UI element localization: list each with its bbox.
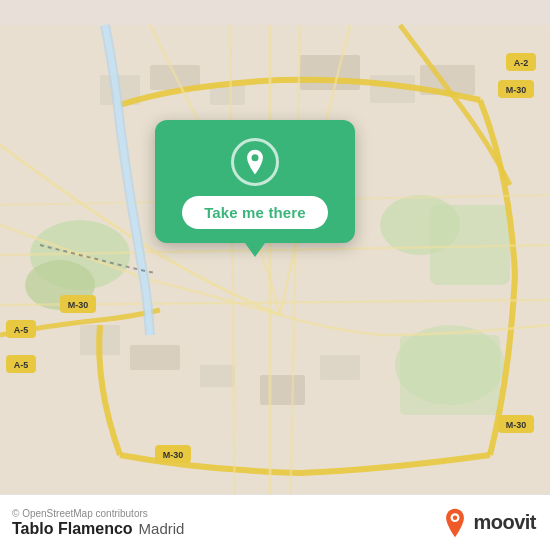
bottom-bar: © OpenStreetMap contributors Tablo Flame…	[0, 494, 550, 550]
moovit-logo: moovit	[441, 507, 536, 539]
svg-text:M-30: M-30	[68, 300, 89, 310]
place-info: © OpenStreetMap contributors Tablo Flame…	[12, 508, 184, 538]
svg-text:M-30: M-30	[506, 85, 527, 95]
popup-card: Take me there	[155, 120, 355, 243]
moovit-logo-icon	[441, 507, 469, 539]
svg-point-32	[252, 154, 259, 161]
svg-text:A-2: A-2	[514, 58, 529, 68]
svg-rect-14	[130, 345, 180, 370]
location-pin-icon	[241, 148, 269, 176]
svg-point-34	[453, 515, 457, 519]
svg-rect-17	[320, 355, 360, 380]
map-background: M-30 M-30 M-30 M-30 A-5 A-5 A-2	[0, 0, 550, 550]
svg-rect-15	[200, 365, 235, 387]
map-container: M-30 M-30 M-30 M-30 A-5 A-5 A-2 Take me …	[0, 0, 550, 550]
svg-text:M-30: M-30	[163, 450, 184, 460]
location-icon-container	[231, 138, 279, 186]
take-me-there-button[interactable]: Take me there	[182, 196, 328, 229]
osm-attribution: © OpenStreetMap contributors	[12, 508, 184, 519]
place-name: Tablo Flamenco	[12, 520, 133, 538]
svg-text:M-30: M-30	[506, 420, 527, 430]
svg-rect-16	[260, 375, 305, 405]
svg-rect-6	[400, 335, 500, 415]
moovit-logo-text: moovit	[473, 511, 536, 534]
svg-rect-10	[300, 55, 360, 90]
place-city: Madrid	[139, 520, 185, 537]
svg-text:A-5: A-5	[14, 360, 29, 370]
svg-text:A-5: A-5	[14, 325, 29, 335]
